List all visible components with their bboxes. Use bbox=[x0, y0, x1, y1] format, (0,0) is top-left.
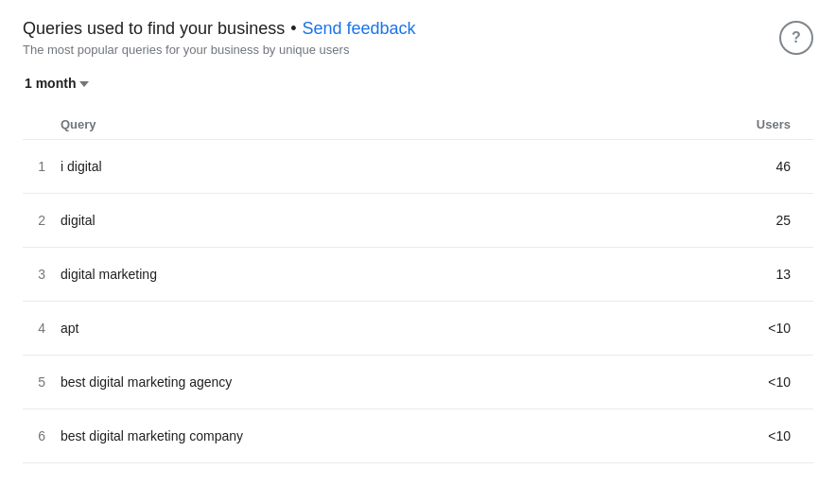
header-content: Queries used to find your business • Sen… bbox=[23, 19, 416, 57]
row-rank: 4 bbox=[23, 321, 61, 336]
row-users: 25 bbox=[734, 213, 791, 228]
row-users: 13 bbox=[734, 267, 791, 282]
header-section: Queries used to find your business • Sen… bbox=[23, 19, 813, 57]
row-users: <10 bbox=[734, 428, 791, 443]
row-query: i digital bbox=[61, 159, 734, 174]
table-row: 2 digital 25 bbox=[23, 194, 813, 248]
row-rank: 2 bbox=[23, 213, 61, 228]
row-users: 46 bbox=[734, 159, 791, 174]
table-body: 1 i digital 46 2 digital 25 3 digital ma… bbox=[23, 140, 813, 463]
table-row: 4 apt <10 bbox=[23, 302, 813, 356]
separator: • bbox=[290, 19, 296, 39]
col-users-header: Users bbox=[757, 117, 791, 131]
row-query: apt bbox=[61, 321, 734, 336]
row-rank: 3 bbox=[23, 267, 61, 282]
table-header: Query Users bbox=[23, 110, 813, 140]
help-icon-button[interactable]: ? bbox=[779, 21, 813, 55]
table-row: 6 best digital marketing company <10 bbox=[23, 409, 813, 463]
page-title: Queries used to find your business bbox=[23, 19, 285, 39]
filter-row: 1 month bbox=[23, 72, 813, 95]
title-row: Queries used to find your business • Sen… bbox=[23, 19, 416, 39]
row-rank: 6 bbox=[23, 428, 61, 443]
queries-table: Query Users 1 i digital 46 2 digital 25 … bbox=[23, 110, 813, 463]
row-rank: 5 bbox=[23, 374, 61, 390]
row-query: best digital marketing company bbox=[61, 428, 734, 443]
help-icon: ? bbox=[792, 29, 801, 46]
row-users: <10 bbox=[734, 321, 791, 336]
table-row: 3 digital marketing 13 bbox=[23, 248, 813, 302]
row-query: best digital marketing agency bbox=[61, 374, 734, 390]
col-query-header: Query bbox=[61, 117, 96, 131]
row-users: <10 bbox=[734, 374, 791, 390]
table-row: 5 best digital marketing agency <10 bbox=[23, 356, 813, 409]
row-query: digital bbox=[61, 213, 734, 228]
table-row: 1 i digital 46 bbox=[23, 140, 813, 194]
period-label: 1 month bbox=[25, 76, 76, 91]
row-rank: 1 bbox=[23, 159, 61, 174]
row-query: digital marketing bbox=[61, 267, 734, 282]
send-feedback-link[interactable]: Send feedback bbox=[302, 19, 415, 39]
subtitle: The most popular queries for your busine… bbox=[23, 43, 416, 57]
chevron-down-icon bbox=[79, 81, 89, 87]
period-selector[interactable]: 1 month bbox=[23, 72, 91, 95]
